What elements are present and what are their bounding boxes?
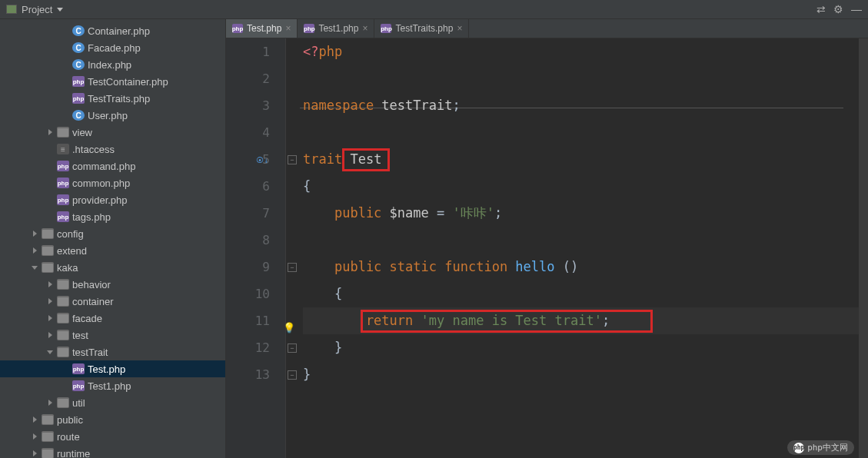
- gutter-line[interactable]: 3: [226, 92, 270, 119]
- php-icon: php: [57, 194, 69, 205]
- code-token: public: [303, 205, 381, 221]
- gutter-line[interactable]: 10: [226, 280, 270, 307]
- close-icon[interactable]: ×: [362, 23, 367, 34]
- tree-item-test-php[interactable]: phpTest.php: [0, 360, 225, 377]
- php-logo-icon: php: [793, 443, 804, 453]
- code-token: <?: [303, 44, 318, 59]
- tree-item-facade[interactable]: facade: [0, 310, 225, 327]
- tree-item-route[interactable]: route: [0, 428, 225, 445]
- tree-arrow-icon[interactable]: [46, 297, 54, 305]
- tree-arrow-icon[interactable]: [46, 314, 54, 322]
- code-token: Test: [342, 151, 381, 167]
- tree-item-testtraits-php[interactable]: phpTestTraits.php: [0, 90, 225, 107]
- gear-icon[interactable]: ⚙: [833, 3, 843, 15]
- tree-item-facade-php[interactable]: CFacade.php: [0, 39, 225, 56]
- tree-item-test1-php[interactable]: phpTest1.php: [0, 377, 225, 394]
- chevron-down-icon[interactable]: [57, 8, 63, 12]
- tree-arrow-icon[interactable]: [46, 128, 54, 136]
- tree-item-behavior[interactable]: behavior: [0, 276, 225, 293]
- tree-item-index-php[interactable]: CIndex.php: [0, 56, 225, 73]
- tree-item-runtime[interactable]: runtime: [0, 445, 225, 458]
- tree-item-util[interactable]: util: [0, 394, 225, 411]
- tree-item-test[interactable]: test: [0, 327, 225, 344]
- tree-arrow-icon[interactable]: [31, 230, 38, 237]
- bulb-icon[interactable]: 💡: [283, 314, 295, 341]
- fold-mark-icon[interactable]: −: [288, 155, 297, 164]
- tree-arrow-icon: [62, 111, 69, 119]
- gutter-line[interactable]: 5⦿↓: [226, 146, 270, 173]
- tree-item-label: Container.php: [88, 25, 150, 37]
- tab-test-php[interactable]: phpTest.php×: [226, 19, 298, 38]
- gutter-line[interactable]: 1: [226, 38, 270, 65]
- tree-item-common-php[interactable]: phpcommon.php: [0, 174, 225, 191]
- tree-arrow-icon[interactable]: [31, 433, 38, 440]
- tree-arrow-icon: [62, 44, 69, 51]
- tree-item-command-php[interactable]: phpcommand.php: [0, 158, 225, 174]
- vertical-scrollbar[interactable]: [859, 38, 868, 458]
- collapse-icon[interactable]: —: [851, 3, 862, 15]
- code-token: }: [303, 367, 311, 382]
- tree-item-provider-php[interactable]: phpprovider.php: [0, 191, 225, 208]
- tree-arrow-icon[interactable]: [46, 331, 54, 339]
- editor-tabs: phpTest.php×phpTest1.php×phpTestTraits.p…: [226, 19, 868, 38]
- tab-label: TestTraits.php: [395, 23, 453, 34]
- tree-item-config[interactable]: config: [0, 225, 225, 242]
- project-tree[interactable]: CContainer.phpCFacade.phpCIndex.phpphpTe…: [0, 19, 226, 458]
- tree-arrow-icon[interactable]: [46, 399, 54, 407]
- gutter-line[interactable]: 13: [226, 361, 270, 388]
- tree-item-public[interactable]: public: [0, 411, 225, 428]
- tree-item-view[interactable]: view: [0, 124, 225, 141]
- gutter-line[interactable]: 8: [226, 227, 270, 254]
- code-token: $name: [381, 205, 428, 221]
- tree-item-testcontainer-php[interactable]: phpTestContainer.php: [0, 73, 225, 90]
- tree-arrow-icon[interactable]: [31, 247, 38, 254]
- project-label[interactable]: Project: [22, 4, 52, 15]
- tree-arrow-icon: [46, 196, 54, 204]
- tree-item-label: testTrait: [72, 347, 108, 358]
- tree-arrow-icon[interactable]: [31, 450, 38, 457]
- tree-arrow-icon[interactable]: [31, 264, 38, 271]
- tree-item-container[interactable]: container: [0, 293, 225, 310]
- gutter-line[interactable]: 6: [226, 173, 270, 200]
- tree-arrow-icon[interactable]: [46, 280, 54, 288]
- settings-slider-icon[interactable]: ⇄: [816, 3, 826, 15]
- fold-mark-icon[interactable]: −: [288, 370, 297, 380]
- override-marker-icon[interactable]: ⦿↓: [256, 146, 268, 173]
- tree-item--htaccess[interactable]: ≡.htaccess: [0, 141, 225, 158]
- folder-icon: [42, 414, 54, 425]
- folder-icon: [42, 448, 54, 458]
- gutter-line[interactable]: 7: [226, 200, 270, 227]
- gutter-line[interactable]: 2: [226, 65, 270, 92]
- gutter-line[interactable]: 4: [226, 119, 270, 146]
- tree-arrow-icon: [62, 382, 69, 390]
- tree-item-user-php[interactable]: CUser.php: [0, 107, 225, 124]
- code-token: function: [437, 259, 507, 274]
- gutter-line[interactable]: 9: [226, 254, 270, 280]
- tree-item-tags-php[interactable]: phptags.php: [0, 208, 225, 225]
- tree-item-testtrait[interactable]: testTrait: [0, 344, 225, 360]
- folder-icon: [57, 279, 69, 290]
- tree-item-kaka[interactable]: kaka: [0, 259, 225, 276]
- code-token: public static: [303, 259, 437, 274]
- gutter-line[interactable]: 12: [226, 334, 270, 361]
- code-token: ;: [494, 205, 502, 221]
- tab-testtraits-php[interactable]: phpTestTraits.php×: [374, 19, 469, 38]
- tree-item-label: behavior: [72, 279, 111, 290]
- code-token: '咔咔': [453, 205, 494, 221]
- close-icon[interactable]: ×: [285, 23, 291, 34]
- tree-arrow-icon[interactable]: [46, 348, 54, 356]
- close-icon[interactable]: ×: [457, 23, 462, 34]
- fold-mark-icon[interactable]: −: [288, 263, 297, 272]
- tree-arrow-icon[interactable]: [31, 416, 38, 423]
- tree-item-container-php[interactable]: CContainer.php: [0, 22, 225, 39]
- fold-mark-icon[interactable]: −: [288, 344, 297, 353]
- gutter-line[interactable]: 11: [226, 307, 270, 334]
- tree-item-label: container: [72, 296, 113, 307]
- tab-test1-php[interactable]: phpTest1.php×: [298, 19, 374, 38]
- php-icon: php: [72, 93, 85, 104]
- tree-item-extend[interactable]: extend: [0, 242, 225, 259]
- code-editor[interactable]: <?php namespace testTrait; trait Test { …: [300, 38, 859, 458]
- tree-arrow-icon: [62, 27, 69, 35]
- tree-item-label: Facade.php: [88, 42, 141, 54]
- watermark-label: php中文网: [807, 442, 848, 453]
